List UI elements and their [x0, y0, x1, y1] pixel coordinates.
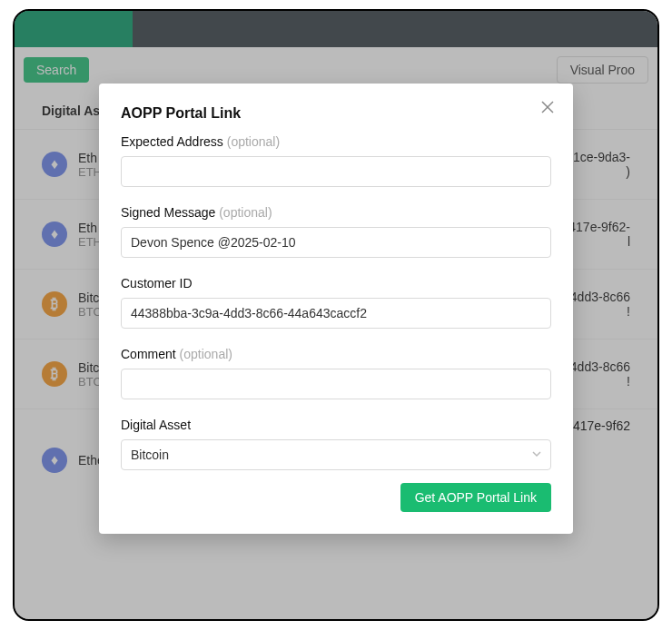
optional-hint: (optional) — [180, 347, 232, 361]
signed-message-input[interactable] — [121, 227, 551, 258]
comment-input[interactable] — [121, 369, 551, 399]
modal-title: AOPP Portal Link — [121, 105, 551, 122]
customer-id-label: Customer ID — [121, 276, 551, 290]
label-text: Expected Address — [121, 134, 223, 149]
aopp-portal-link-modal: AOPP Portal Link Expected Address (optio… — [99, 84, 573, 534]
digital-asset-select[interactable] — [121, 439, 551, 470]
app-window: Search Visual Proo Digital As ♦ Eth ETH … — [13, 9, 659, 621]
digital-asset-label: Digital Asset — [121, 418, 551, 432]
optional-hint: (optional) — [219, 205, 272, 220]
close-icon[interactable] — [540, 100, 557, 116]
modal-overlay[interactable]: AOPP Portal Link Expected Address (optio… — [15, 11, 657, 619]
comment-label: Comment (optional) — [121, 347, 551, 361]
expected-address-input[interactable] — [121, 156, 551, 187]
expected-address-label: Expected Address (optional) — [121, 134, 551, 149]
get-aopp-portal-link-button[interactable]: Get AOPP Portal Link — [400, 483, 551, 512]
optional-hint: (optional) — [227, 134, 280, 149]
label-text: Signed Message — [121, 205, 215, 220]
signed-message-label: Signed Message (optional) — [121, 205, 551, 220]
label-text: Digital Asset — [121, 418, 191, 432]
label-text: Comment — [121, 347, 176, 361]
customer-id-input[interactable] — [121, 298, 551, 329]
label-text: Customer ID — [121, 276, 193, 290]
